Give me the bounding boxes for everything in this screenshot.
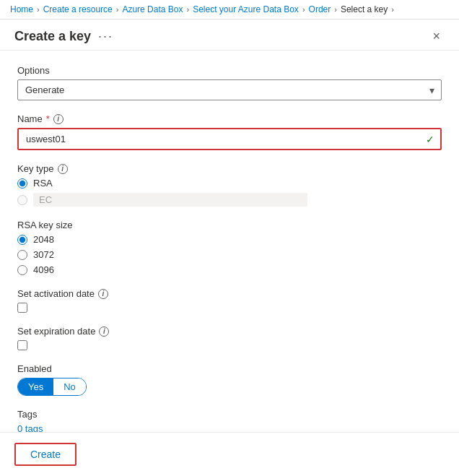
activation-date-checkbox-item <box>17 303 442 313</box>
rsa-2048-item: 2048 <box>17 234 442 245</box>
breadcrumb-sep-5: › <box>334 5 337 14</box>
expiration-date-info-icon: i <box>99 326 109 337</box>
options-select[interactable]: Generate <box>17 79 442 100</box>
breadcrumb-sep-4: › <box>302 5 305 14</box>
breadcrumb: Home › Create a resource › Azure Data Bo… <box>0 0 459 20</box>
panel: Create a key ··· × Options Generate <box>0 20 459 476</box>
ellipsis-icon[interactable]: ··· <box>98 29 113 44</box>
breadcrumb-sep-6: › <box>391 5 394 14</box>
activation-date-label: Set activation date i <box>17 288 442 299</box>
activation-date-group: Set activation date i <box>17 288 442 313</box>
rsa-3072-radio[interactable] <box>17 250 27 260</box>
panel-title-area: Create a key ··· <box>14 29 113 44</box>
expiration-date-checkbox-item <box>17 340 442 350</box>
name-required-indicator: * <box>46 113 50 124</box>
key-type-ec-radio[interactable] <box>17 195 27 205</box>
expiration-date-label-text: Set expiration date <box>17 326 95 337</box>
rsa-key-size-label: RSA key size <box>17 220 442 230</box>
key-type-rsa-label: RSA <box>33 178 53 189</box>
enabled-toggle-btn[interactable]: Yes No <box>17 378 87 396</box>
name-label: Name * i <box>17 113 442 124</box>
name-input-wrapper: ✓ <box>17 128 442 150</box>
key-type-ec-item: EC <box>17 193 442 207</box>
toggle-yes-option[interactable]: Yes <box>18 378 53 395</box>
enabled-group: Enabled Yes No <box>17 363 442 396</box>
breadcrumb-home[interactable]: Home <box>10 4 33 14</box>
activation-date-info-icon: i <box>98 289 108 299</box>
breadcrumb-sep-2: › <box>116 5 119 14</box>
tags-group: Tags 0 tags <box>17 409 442 432</box>
panel-title: Create a key <box>14 29 91 44</box>
key-type-label: Key type i <box>17 163 442 174</box>
name-info-icon: i <box>53 114 64 124</box>
options-select-wrapper: Generate <box>17 79 442 100</box>
rsa-key-size-radio-group: 2048 3072 4096 <box>17 234 442 275</box>
expiration-date-label: Set expiration date i <box>17 326 442 337</box>
rsa-3072-label: 3072 <box>33 249 54 260</box>
panel-footer: Create <box>0 432 459 476</box>
tags-link[interactable]: 0 tags <box>17 423 43 432</box>
rsa-key-size-label-text: RSA key size <box>17 220 73 230</box>
tags-label: Tags <box>17 409 442 420</box>
tags-label-text: Tags <box>17 409 37 420</box>
enabled-label: Enabled <box>17 363 442 374</box>
key-type-rsa-radio[interactable] <box>17 178 27 189</box>
create-button[interactable]: Create <box>14 443 76 466</box>
breadcrumb-create-resource[interactable]: Create a resource <box>43 4 113 14</box>
rsa-2048-label: 2048 <box>33 234 54 245</box>
rsa-3072-item: 3072 <box>17 249 442 260</box>
enabled-toggle[interactable]: Yes No <box>17 378 442 396</box>
rsa-4096-item: 4096 <box>17 264 442 275</box>
breadcrumb-select-a-key: Select a key <box>341 4 388 14</box>
key-type-label-text: Key type <box>17 163 54 174</box>
key-type-group: Key type i RSA EC <box>17 163 442 207</box>
rsa-2048-radio[interactable] <box>17 235 27 245</box>
breadcrumb-sep-1: › <box>37 5 40 14</box>
key-type-info-icon: i <box>58 164 68 174</box>
checkmark-icon: ✓ <box>426 134 434 145</box>
key-type-rsa-item: RSA <box>17 178 442 189</box>
rsa-key-size-group: RSA key size 2048 3072 4096 <box>17 220 442 275</box>
activation-date-label-text: Set activation date <box>17 288 95 299</box>
enabled-label-text: Enabled <box>17 363 52 374</box>
panel-content: Options Generate Name * i ✓ <box>0 51 459 432</box>
page-wrapper: Home › Create a resource › Azure Data Bo… <box>0 0 459 476</box>
key-type-ec-label: EC <box>39 194 52 205</box>
expiration-date-checkbox[interactable] <box>17 340 27 350</box>
toggle-no-option[interactable]: No <box>53 378 86 395</box>
rsa-4096-label: 4096 <box>33 264 54 275</box>
breadcrumb-order[interactable]: Order <box>309 4 331 14</box>
activation-date-checkbox[interactable] <box>17 303 27 313</box>
name-label-text: Name <box>17 113 43 124</box>
breadcrumb-azure-data-box[interactable]: Azure Data Box <box>122 4 183 14</box>
breadcrumb-sep-3: › <box>186 5 189 14</box>
breadcrumb-select-azure-data-box[interactable]: Select your Azure Data Box <box>193 4 299 14</box>
panel-header: Create a key ··· × <box>0 20 459 51</box>
options-group: Options Generate <box>17 65 442 100</box>
name-group: Name * i ✓ <box>17 113 442 150</box>
options-label: Options <box>17 65 442 76</box>
key-type-radio-group: RSA EC <box>17 178 442 207</box>
name-input[interactable] <box>17 128 442 150</box>
rsa-4096-radio[interactable] <box>17 265 27 275</box>
close-button[interactable]: × <box>428 28 445 44</box>
expiration-date-group: Set expiration date i <box>17 326 442 350</box>
